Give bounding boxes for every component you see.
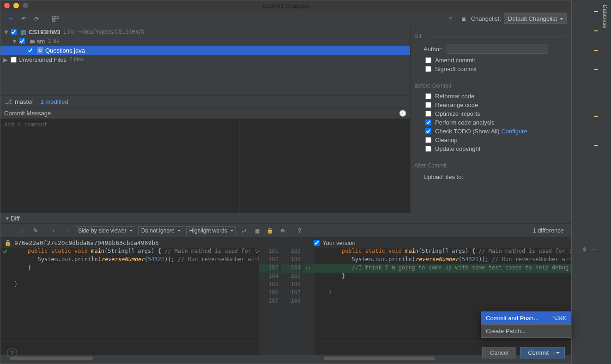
commit-message-label: Commit Message bbox=[4, 110, 51, 117]
diff-left-pane[interactable]: public static void main(String[] args) {… bbox=[0, 248, 259, 355]
tree-checkbox[interactable] bbox=[11, 57, 17, 63]
code-line: } bbox=[0, 281, 259, 289]
tree-checkbox[interactable] bbox=[19, 38, 25, 44]
changelist-dropdown[interactable]: Default Changelist bbox=[504, 13, 567, 24]
file-tree[interactable]: ▼ ▦ CS193HW3 1 file ~/IdeaProjects/CS193… bbox=[0, 27, 410, 95]
optimize-label: Optimize imports bbox=[435, 110, 480, 117]
warning-mark[interactable] bbox=[594, 50, 598, 51]
minimize-icon[interactable]: — bbox=[592, 246, 597, 253]
line-num: 182 bbox=[259, 256, 278, 264]
gear-icon[interactable]: ⚙ bbox=[582, 246, 587, 253]
prev-file-icon[interactable]: ← bbox=[49, 225, 60, 236]
highlight-dropdown[interactable]: Highlight words bbox=[186, 226, 236, 235]
code-line: public static void main(String[] args) {… bbox=[0, 248, 259, 256]
prev-diff-icon[interactable]: ↑ bbox=[4, 225, 15, 236]
code-line: } bbox=[315, 273, 571, 281]
lock-icon[interactable]: 🔒 bbox=[265, 225, 276, 236]
collapse-unchanged-icon[interactable]: ⇄ bbox=[239, 225, 250, 236]
warning-mark[interactable] bbox=[594, 116, 598, 117]
svg-rect-2 bbox=[53, 19, 55, 22]
commit-button-label: Commit bbox=[528, 349, 549, 356]
folder-icon: 🖿 bbox=[29, 38, 35, 44]
popup-shortcut: ⌥⌘K bbox=[552, 315, 566, 321]
analysis-label: Perform code analysis bbox=[435, 119, 495, 126]
upload-label: Upload files to: bbox=[423, 173, 463, 180]
zoom-window-button bbox=[23, 3, 28, 8]
history-icon[interactable]: 🕘 bbox=[399, 110, 406, 117]
include-file-checkbox[interactable] bbox=[314, 240, 320, 246]
apply-change-icon[interactable]: ✓ bbox=[305, 266, 309, 270]
branch-bar: ⎇ master 1 modified bbox=[0, 95, 410, 107]
author-input[interactable] bbox=[447, 44, 548, 54]
signoff-label: Sign-off commit bbox=[435, 66, 477, 72]
tree-checkbox[interactable] bbox=[11, 29, 17, 35]
collapse-all-icon[interactable]: ≣ bbox=[458, 13, 469, 24]
revert-icon[interactable]: ↶ bbox=[18, 13, 29, 24]
cleanup-label: Cleanup bbox=[435, 137, 457, 143]
git-options-panel: Git Author: Amend commit Sign-off commit… bbox=[411, 27, 571, 213]
branch-icon: ⎇ bbox=[5, 98, 12, 105]
tree-root[interactable]: ▼ ▦ CS193HW3 1 file ~/IdeaProjects/CS193… bbox=[0, 27, 410, 36]
amend-checkbox[interactable] bbox=[425, 57, 431, 63]
tree-checkbox[interactable] bbox=[27, 48, 33, 54]
diff-toolbar: ↑ ↓ ✎ ← → Side-by-side viewer Do not ign… bbox=[0, 224, 571, 238]
line-num: 185 bbox=[259, 281, 278, 289]
todo-configure-link[interactable]: Configure bbox=[501, 128, 527, 135]
group-by-icon[interactable] bbox=[50, 13, 61, 24]
warning-mark[interactable] bbox=[594, 69, 598, 70]
create-patch-item[interactable]: Create Patch... bbox=[481, 325, 571, 337]
gear-icon[interactable]: ⚙ bbox=[278, 225, 289, 236]
popup-item-label: Create Patch... bbox=[486, 328, 526, 334]
commit-message-input[interactable] bbox=[0, 119, 239, 213]
rearrange-checkbox[interactable] bbox=[425, 102, 431, 108]
modified-link[interactable]: 1 modified bbox=[41, 98, 68, 105]
copyright-checkbox[interactable] bbox=[425, 146, 431, 152]
rearrange-label: Rearrange code bbox=[435, 101, 478, 108]
database-tab[interactable]: Database bbox=[601, 2, 609, 31]
warning-mark[interactable] bbox=[594, 30, 598, 31]
diff-right-pane[interactable]: public static void main(String[] args) {… bbox=[315, 248, 571, 355]
commit-button[interactable]: Commit bbox=[520, 347, 565, 358]
close-window-button[interactable] bbox=[4, 3, 10, 8]
branch-name: master bbox=[15, 98, 33, 105]
edit-icon[interactable]: ✎ bbox=[30, 225, 41, 236]
line-num: 187 bbox=[259, 298, 278, 306]
next-diff-icon[interactable]: ↓ bbox=[17, 225, 28, 236]
commit-message-header: Commit Message 🕘 bbox=[0, 107, 410, 119]
tree-meta: 1 file bbox=[63, 29, 75, 35]
minimize-window-button[interactable] bbox=[13, 3, 19, 8]
diff-header[interactable]: ▼ Diff bbox=[0, 213, 571, 224]
amend-label: Amend commit bbox=[435, 57, 475, 64]
refresh-icon[interactable]: ⟳ bbox=[31, 13, 42, 24]
analysis-checkbox[interactable] bbox=[425, 119, 431, 125]
cleanup-checkbox[interactable] bbox=[425, 137, 431, 143]
show-diff-icon[interactable]: ⤳ bbox=[5, 13, 16, 24]
sync-scroll-icon[interactable]: ▥ bbox=[252, 225, 263, 236]
next-file-icon[interactable]: → bbox=[62, 225, 73, 236]
reformat-checkbox[interactable] bbox=[425, 93, 431, 99]
tree-path: ~/IdeaProjects/CS193HW3 bbox=[78, 29, 144, 35]
tree-folder[interactable]: ▼ 🖿 src 1 file bbox=[0, 36, 410, 46]
help-button[interactable]: ? bbox=[7, 348, 17, 358]
ignore-whitespace-dropdown[interactable]: Do not ignore bbox=[138, 226, 183, 235]
line-num: 183 bbox=[281, 256, 301, 264]
signoff-checkbox[interactable] bbox=[425, 66, 431, 72]
cancel-button[interactable]: Cancel bbox=[482, 347, 516, 358]
todo-checkbox[interactable] bbox=[425, 128, 431, 134]
expand-all-icon[interactable]: ≡ bbox=[445, 13, 456, 24]
revision-bar: 🔒 976e22a0f27c20c9dbda6a70498b63cb1a4969… bbox=[0, 238, 571, 248]
commit-and-push-item[interactable]: Commit and Push... ⌥⌘K bbox=[481, 312, 571, 324]
commit-split-caret[interactable] bbox=[554, 351, 561, 355]
viewer-mode-dropdown[interactable]: Side-by-side viewer bbox=[75, 226, 135, 235]
top-toolbar: ⤳ ↶ ⟳ ≡ ≣ Changelist: Default Changelist bbox=[0, 11, 571, 27]
warning-mark[interactable] bbox=[594, 11, 598, 12]
warning-mark[interactable] bbox=[594, 145, 598, 146]
window-title: Commit Changes bbox=[263, 2, 309, 9]
optimize-checkbox[interactable] bbox=[425, 111, 431, 117]
tree-unversioned[interactable]: ▶ Unversioned Files 2 files bbox=[0, 55, 410, 64]
code-line: //I think I'm going to come up with some… bbox=[315, 264, 571, 273]
reformat-label: Reformat code bbox=[435, 93, 474, 100]
help-icon[interactable]: ? bbox=[294, 225, 305, 236]
tree-file-selected[interactable]: C Questions.java bbox=[0, 46, 410, 55]
diff-gutter: 181 182 183 184 185 186 187 182 183 184 … bbox=[259, 248, 315, 355]
